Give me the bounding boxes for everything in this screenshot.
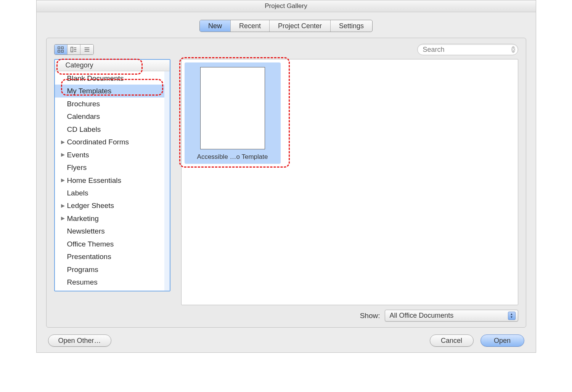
- disclosure-triangle-icon: ▶: [59, 151, 67, 158]
- category-label: Coordinated Forms: [67, 136, 129, 147]
- category-item[interactable]: Labels: [55, 187, 164, 199]
- category-label: Home Essentials: [67, 175, 122, 186]
- columns-icon: [70, 46, 77, 53]
- project-gallery-window: Project Gallery NewRecentProject CenterS…: [36, 0, 536, 353]
- category-item[interactable]: ▶Events: [55, 149, 164, 161]
- open-button[interactable]: Open: [480, 334, 524, 347]
- category-label: CD Labels: [67, 124, 101, 135]
- window-body: NewRecentProject CenterSettings: [37, 12, 536, 352]
- category-label: Labels: [67, 187, 88, 198]
- category-item[interactable]: Resumes: [55, 276, 164, 288]
- template-grid[interactable]: Accessible …o Template: [181, 59, 518, 305]
- category-item[interactable]: My Templates: [55, 85, 164, 97]
- category-item[interactable]: Office Themes: [55, 238, 164, 250]
- category-label: Resumes: [67, 277, 98, 288]
- open-other-button[interactable]: Open Other…: [48, 334, 111, 347]
- category-item[interactable]: ▶Home Essentials: [55, 174, 164, 187]
- category-item[interactable]: Presentations: [55, 250, 164, 263]
- category-label: Flyers: [67, 162, 87, 173]
- window-title: Project Gallery: [265, 2, 307, 10]
- svg-rect-2: [58, 50, 60, 52]
- category-header: Category: [55, 60, 170, 71]
- category-item[interactable]: Newsletters: [55, 225, 164, 237]
- category-label: Blank Documents: [67, 73, 124, 84]
- category-item[interactable]: Stationery: [55, 288, 164, 291]
- template-label: Accessible …o Template: [197, 153, 268, 161]
- disclosure-triangle-icon: ▶: [59, 202, 67, 210]
- category-item[interactable]: Programs: [55, 263, 164, 276]
- select-stepper-icon: ▲▼: [508, 312, 516, 320]
- template-gallery: Accessible …o Template Show: All Office …: [181, 59, 518, 322]
- category-item[interactable]: CD Labels: [55, 123, 164, 136]
- category-label: Programs: [67, 264, 98, 275]
- tab-settings[interactable]: Settings: [331, 20, 372, 32]
- category-item[interactable]: Calendars: [55, 110, 164, 123]
- window-titlebar: Project Gallery: [37, 0, 536, 12]
- category-label: Stationery: [67, 289, 100, 291]
- disclosure-triangle-icon: ▶: [59, 214, 67, 222]
- category-item[interactable]: ▶Ledger Sheets: [55, 199, 164, 212]
- disclosure-triangle-icon: ▶: [59, 138, 67, 146]
- svg-rect-0: [58, 47, 60, 49]
- view-columns-button[interactable]: [67, 45, 80, 54]
- category-label: Office Themes: [67, 238, 114, 250]
- category-item[interactable]: Brochures: [55, 98, 164, 110]
- footer-buttons: Open Other… Cancel Open: [46, 328, 526, 347]
- category-label: Brochures: [67, 98, 100, 109]
- show-filter-value: All Office Documents: [390, 312, 508, 320]
- view-grid-button[interactable]: [55, 45, 67, 54]
- show-filter-select[interactable]: All Office Documents ▲▼: [385, 310, 518, 322]
- toolbar-row: ✕: [54, 44, 518, 55]
- category-item[interactable]: ▶Marketing: [55, 212, 164, 225]
- category-label: Presentations: [67, 251, 111, 262]
- search-input[interactable]: [423, 46, 511, 54]
- category-list[interactable]: Blank DocumentsMy TemplatesBrochuresCale…: [55, 71, 170, 291]
- cancel-button[interactable]: Cancel: [430, 334, 474, 347]
- template-thumbnail: [200, 67, 265, 149]
- tab-recent[interactable]: Recent: [231, 20, 270, 32]
- search-field[interactable]: ✕: [417, 44, 518, 55]
- category-label: Calendars: [67, 111, 100, 122]
- list-icon: [84, 46, 90, 53]
- category-label: Ledger Sheets: [67, 200, 114, 211]
- svg-rect-3: [61, 50, 63, 52]
- template-item[interactable]: Accessible …o Template: [185, 62, 281, 164]
- disclosure-triangle-icon: ▶: [59, 176, 67, 184]
- view-mode-toggle: [54, 44, 94, 55]
- category-label: Marketing: [67, 213, 99, 224]
- view-list-button[interactable]: [80, 45, 93, 54]
- main-panel: ✕ Category Blank DocumentsMy TemplatesBr…: [46, 38, 526, 328]
- tab-bar: NewRecentProject CenterSettings: [46, 20, 526, 32]
- search-clear-icon[interactable]: ✕: [511, 46, 515, 53]
- content-row: Category Blank DocumentsMy TemplatesBroc…: [54, 59, 518, 322]
- tab-new[interactable]: New: [200, 20, 231, 32]
- category-label: Newsletters: [67, 226, 105, 237]
- category-item[interactable]: Blank Documents: [55, 72, 164, 85]
- category-sidebar: Category Blank DocumentsMy TemplatesBroc…: [54, 59, 170, 291]
- category-item[interactable]: Flyers: [55, 161, 164, 174]
- grid-icon: [57, 46, 64, 53]
- svg-rect-1: [61, 47, 63, 49]
- svg-rect-4: [71, 47, 73, 52]
- category-label: My Templates: [67, 85, 112, 96]
- category-item[interactable]: ▶Coordinated Forms: [55, 136, 164, 148]
- tab-project-center[interactable]: Project Center: [270, 20, 331, 32]
- category-label: Events: [67, 149, 89, 160]
- show-filter-row: Show: All Office Documents ▲▼: [181, 305, 518, 322]
- show-label: Show:: [360, 312, 380, 320]
